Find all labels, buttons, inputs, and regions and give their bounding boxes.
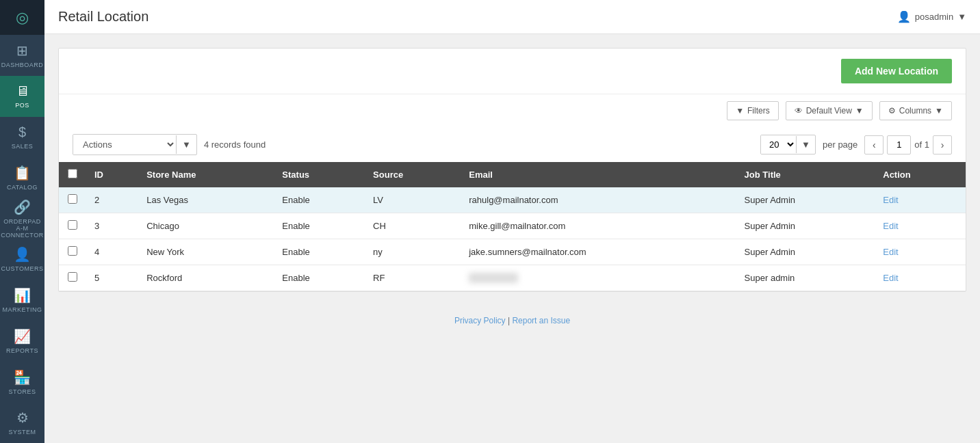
sidebar-label-sales: SALES (12, 143, 34, 150)
cell-action: Edit (875, 213, 966, 239)
sales-icon: $ (18, 124, 26, 140)
cell-source: ny (365, 239, 461, 265)
sidebar-item-reports[interactable]: 📈 REPORTS (0, 321, 44, 362)
default-view-button[interactable]: 👁 Default View ▼ (786, 101, 873, 120)
cell-job-title: Super Admin (736, 239, 875, 265)
report-issue-link[interactable]: Report an Issue (512, 316, 570, 325)
main-card: Add New Location ▼ Filters 👁 Default Vie… (58, 48, 966, 292)
cell-store-name: New York (138, 239, 274, 265)
pagination: 20 ▼ per page ‹ of 1 › (760, 135, 952, 155)
header-status: Status (274, 162, 365, 187)
sidebar-label-pos: POS (15, 102, 29, 109)
row-checkbox-cell (59, 213, 86, 239)
header-checkbox-col (59, 162, 86, 187)
user-name: posadmin (915, 12, 953, 22)
sidebar-item-sales[interactable]: $ SALES (0, 117, 44, 158)
row-checkbox[interactable] (68, 220, 77, 230)
cell-id: 4 (86, 239, 138, 265)
actions-select-container: Actions ▼ (73, 134, 197, 155)
table-row: 5 Rockford Enable RF Super admin Edit (59, 265, 966, 291)
header-store-name: Store Name (138, 162, 274, 187)
sidebar-item-orderpad[interactable]: 🔗 ORDERPAD A-M CONNECTOR (0, 198, 44, 239)
columns-dropdown-icon: ▼ (935, 106, 943, 116)
cell-job-title: Super admin (736, 265, 875, 291)
sidebar-label-reports: REPORTS (6, 347, 38, 354)
row-checkbox[interactable] (68, 246, 77, 256)
page-number-input[interactable] (887, 135, 911, 155)
privacy-policy-link[interactable]: Privacy Policy (454, 316, 506, 325)
user-dropdown-icon: ▼ (957, 12, 966, 22)
sidebar-item-stores[interactable]: 🏪 STORES (0, 362, 44, 403)
edit-link[interactable]: Edit (883, 195, 898, 205)
content-area: Add New Location ▼ Filters 👁 Default Vie… (44, 34, 980, 443)
locations-table: ID Store Name Status Source Email Job Ti… (59, 162, 966, 291)
header-email: Email (461, 162, 736, 187)
select-all-checkbox[interactable] (68, 169, 77, 178)
cell-action: Edit (875, 239, 966, 265)
sidebar-item-catalog[interactable]: 📋 CATALOG (0, 157, 44, 198)
edit-link[interactable]: Edit (883, 247, 898, 257)
filters-button[interactable]: ▼ Filters (727, 101, 779, 120)
sidebar-item-dashboard[interactable]: ⊞ DASHBOARD (0, 35, 44, 76)
filter-icon: ▼ (736, 106, 744, 116)
topbar: Retail Location 👤 posadmin ▼ (44, 0, 980, 34)
cell-job-title: Super Admin (736, 187, 875, 213)
edit-link[interactable]: Edit (883, 221, 898, 231)
add-new-location-button[interactable]: Add New Location (841, 59, 952, 83)
cell-action: Edit (875, 265, 966, 291)
actions-left: Actions ▼ 4 records found (73, 134, 266, 155)
cell-status: Enable (274, 265, 365, 291)
orderpad-icon: 🔗 (14, 199, 31, 215)
cell-action: Edit (875, 187, 966, 213)
eye-icon: 👁 (795, 106, 803, 116)
columns-label: Columns (899, 106, 931, 116)
marketing-icon: 📊 (14, 287, 31, 304)
stores-icon: 🏪 (14, 369, 31, 386)
header-job-title: Job Title (736, 162, 875, 187)
cell-email: mike.gill@mailnator.com (461, 213, 736, 239)
dashboard-icon: ⊞ (16, 42, 28, 59)
app-logo: ◎ (0, 0, 44, 35)
sidebar-item-customers[interactable]: 👤 CUSTOMERS (0, 239, 44, 280)
row-checkbox[interactable] (68, 194, 77, 204)
cell-source: CH (365, 213, 461, 239)
sidebar-item-pos[interactable]: 🖥 POS (0, 76, 44, 117)
header-action: Action (875, 162, 966, 187)
customers-icon: 👤 (14, 246, 31, 263)
cell-status: Enable (274, 239, 365, 265)
footer: Privacy Policy | Report an Issue (58, 302, 966, 339)
system-icon: ⚙ (16, 410, 29, 426)
header-id: ID (86, 162, 138, 187)
sidebar-item-system[interactable]: ⚙ SYSTEM (0, 402, 44, 443)
cell-id: 5 (86, 265, 138, 291)
row-checkbox[interactable] (68, 272, 77, 282)
sidebar-label-customers: CUSTOMERS (1, 265, 44, 272)
prev-page-button[interactable]: ‹ (864, 135, 884, 155)
filter-bar: ▼ Filters 👁 Default View ▼ ⚙ Columns ▼ (59, 94, 966, 127)
sidebar-label-orderpad: ORDERPAD A-M CONNECTOR (0, 218, 44, 239)
sidebar-label-dashboard: DASHBOARD (1, 62, 44, 68)
actions-dropdown[interactable]: Actions (73, 135, 176, 155)
actions-dropdown-btn[interactable]: ▼ (176, 135, 196, 154)
cell-email: rahulg@mailnator.com (461, 187, 736, 213)
table-row: 3 Chicago Enable CH mike.gill@mailnator.… (59, 213, 966, 239)
cell-id: 3 (86, 213, 138, 239)
edit-link[interactable]: Edit (883, 273, 898, 283)
page-title: Retail Location (58, 9, 149, 25)
sidebar-label-stores: STORES (9, 388, 36, 395)
cell-store-name: Chicago (138, 213, 274, 239)
user-menu[interactable]: 👤 posadmin ▼ (897, 10, 966, 23)
page-size-dropdown-btn[interactable]: ▼ (796, 136, 815, 153)
cell-status: Enable (274, 213, 365, 239)
default-view-label: Default View (806, 106, 852, 116)
page-size-dropdown[interactable]: 20 (761, 135, 796, 154)
records-count: 4 records found (204, 139, 266, 150)
table-row: 4 New York Enable ny jake.sumners@mailna… (59, 239, 966, 265)
header-row: ID Store Name Status Source Email Job Ti… (59, 162, 966, 187)
columns-button[interactable]: ⚙ Columns ▼ (879, 101, 952, 120)
next-page-button[interactable]: › (933, 135, 952, 155)
sidebar-item-marketing[interactable]: 📊 MARKETING (0, 280, 44, 321)
table-header: ID Store Name Status Source Email Job Ti… (59, 162, 966, 187)
cell-id: 2 (86, 187, 138, 213)
card-toolbar: Add New Location (59, 49, 966, 94)
